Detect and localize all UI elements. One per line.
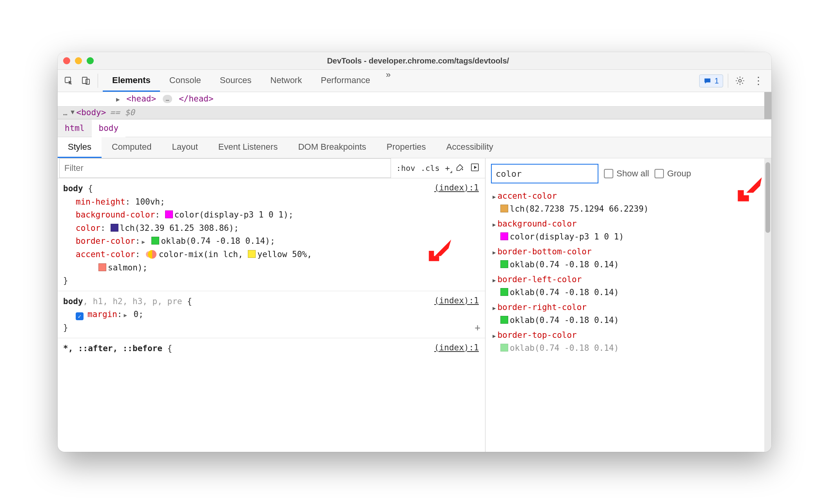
- dom-tag-head-open[interactable]: <head>: [126, 94, 156, 103]
- prop-border-color[interactable]: border-color: [76, 236, 135, 246]
- rule-selector-dim[interactable]: *, ::after, ::before: [63, 344, 162, 353]
- color-swatch-icon[interactable]: [500, 205, 508, 212]
- scrollbar[interactable]: [764, 158, 771, 452]
- tab-sources[interactable]: Sources: [211, 70, 261, 92]
- window-title: DevTools - developer.chrome.com/tags/dev…: [70, 56, 766, 65]
- color-mix-swatch-icon[interactable]: [148, 250, 156, 259]
- group-checkbox[interactable]: Group: [654, 169, 691, 179]
- tab-properties[interactable]: Properties: [376, 137, 436, 158]
- prop-min-height[interactable]: min-height: [76, 197, 125, 207]
- main-tabs: Elements Console Sources Network Perform…: [103, 70, 397, 92]
- more-tabs-icon[interactable]: »: [380, 70, 397, 92]
- dom-tag-body-open[interactable]: <body>: [76, 107, 106, 119]
- annotation-arrow-icon: [736, 176, 764, 205]
- style-rule-body-group[interactable]: (index):1 body, h1, h2, h3, p, pre { ✓ma…: [58, 291, 485, 338]
- dom-tag-head-close: </head>: [179, 94, 214, 103]
- computed-item[interactable]: ▶border-bottom-color oklab(0.74 -0.18 0.…: [489, 245, 770, 272]
- show-all-checkbox[interactable]: Show all: [604, 169, 649, 179]
- tab-console[interactable]: Console: [160, 70, 211, 92]
- prop-color[interactable]: color: [76, 223, 100, 233]
- dom-selected-hint: == $0: [110, 107, 135, 119]
- crumb-html[interactable]: html: [58, 120, 92, 137]
- style-rules: (index):1 body { min-height: 100vh; back…: [58, 178, 485, 452]
- tab-accessibility[interactable]: Accessibility: [436, 137, 504, 158]
- color-swatch-icon[interactable]: [500, 232, 508, 240]
- color-swatch-icon[interactable]: [165, 210, 173, 218]
- tab-network[interactable]: Network: [261, 70, 311, 92]
- more-menu-icon[interactable]: ⋮: [750, 75, 767, 87]
- crumb-body[interactable]: body: [92, 120, 126, 137]
- computed-filter-input[interactable]: [491, 164, 598, 183]
- color-swatch-icon[interactable]: [151, 237, 159, 245]
- color-swatch-icon[interactable]: [248, 250, 256, 258]
- rule-source-link[interactable]: (index):1: [434, 341, 479, 355]
- tab-computed[interactable]: Computed: [102, 137, 162, 158]
- expand-triangle-icon[interactable]: ▶: [142, 237, 145, 246]
- expand-pill-icon[interactable]: …: [163, 95, 172, 103]
- computed-item[interactable]: ▶border-right-color oklab(0.74 -0.18 0.1…: [489, 300, 770, 328]
- rule-selector[interactable]: body: [63, 297, 83, 306]
- scrollbar-thumb[interactable]: [765, 162, 770, 233]
- color-swatch-icon[interactable]: [98, 263, 106, 271]
- expand-triangle-icon[interactable]: ▶: [493, 249, 496, 256]
- prop-enabled-checkbox[interactable]: ✓: [76, 312, 84, 320]
- color-swatch-icon[interactable]: [500, 344, 508, 352]
- color-swatch-icon[interactable]: [500, 288, 508, 296]
- paint-bucket-icon[interactable]: [455, 163, 465, 174]
- styles-filter-input[interactable]: [59, 158, 391, 178]
- expand-triangle-icon[interactable]: ▶: [116, 96, 120, 103]
- tab-styles[interactable]: Styles: [58, 137, 102, 158]
- styles-pane: :hov .cls + (index):1: [58, 158, 485, 452]
- color-swatch-icon[interactable]: [500, 316, 508, 324]
- close-window-icon[interactable]: [63, 57, 70, 64]
- rule-source-link[interactable]: (index):1: [434, 294, 479, 308]
- expand-triangle-icon[interactable]: ▶: [493, 333, 496, 339]
- rule-source-link[interactable]: (index):1: [434, 181, 479, 195]
- computed-item[interactable]: ▶background-color color(display-p3 1 0 1…: [489, 217, 770, 245]
- styles-subtabs: Styles Computed Layout Event Listeners D…: [58, 137, 771, 158]
- svg-rect-1: [82, 77, 87, 83]
- issues-count: 1: [714, 76, 719, 85]
- svg-point-3: [739, 80, 742, 82]
- separator: [728, 74, 728, 88]
- play-in-box-icon[interactable]: [470, 163, 480, 174]
- color-swatch-icon[interactable]: [111, 224, 118, 232]
- computed-item[interactable]: ▶accent-color lch(82.7238 75.1294 66.223…: [489, 189, 770, 217]
- scrollbar[interactable]: [764, 92, 771, 119]
- tab-layout[interactable]: Layout: [162, 137, 208, 158]
- computed-filter-row: Show all Group: [485, 158, 771, 189]
- style-rule-universal[interactable]: (index):1 *, ::after, ::before {: [58, 338, 485, 359]
- tab-event-listeners[interactable]: Event Listeners: [208, 137, 288, 158]
- computed-item[interactable]: ▶border-top-color oklab(0.74 -0.18 0.14): [489, 328, 770, 356]
- tab-elements[interactable]: Elements: [103, 70, 160, 92]
- dom-ellipsis-icon[interactable]: …: [63, 107, 68, 118]
- rule-selector-dim[interactable]: , h1, h2, h3, p, pre: [83, 297, 182, 306]
- expand-triangle-icon[interactable]: ▶: [493, 194, 496, 200]
- computed-list: ▶accent-color lch(82.7238 75.1294 66.223…: [485, 189, 771, 361]
- expand-triangle-icon[interactable]: ▶: [124, 311, 127, 319]
- rule-selector[interactable]: body: [63, 184, 83, 193]
- issues-badge[interactable]: 1: [699, 74, 723, 87]
- separator: [98, 74, 98, 88]
- title-bar: DevTools - developer.chrome.com/tags/dev…: [58, 52, 771, 70]
- computed-item[interactable]: ▶border-left-color oklab(0.74 -0.18 0.14…: [489, 272, 770, 300]
- device-toolbar-icon[interactable]: [79, 74, 93, 88]
- prop-accent-color[interactable]: accent-color: [76, 250, 135, 259]
- tab-dom-breakpoints[interactable]: DOM Breakpoints: [288, 137, 376, 158]
- new-style-rule-button[interactable]: +: [445, 163, 450, 173]
- prop-margin[interactable]: margin: [87, 310, 117, 319]
- color-swatch-icon[interactable]: [500, 260, 508, 268]
- settings-gear-icon[interactable]: [733, 74, 747, 88]
- expand-triangle-icon[interactable]: ▶: [493, 221, 496, 228]
- dom-tree[interactable]: ▶ <head> … </head> … ▶ <body> == $0: [58, 92, 771, 120]
- expand-triangle-icon[interactable]: ▶: [493, 305, 496, 311]
- prop-background-color[interactable]: background-color: [76, 210, 155, 219]
- expand-triangle-icon[interactable]: ▶: [493, 277, 496, 283]
- collapse-triangle-icon[interactable]: ▶: [68, 111, 78, 114]
- inspect-element-icon[interactable]: [62, 74, 76, 88]
- style-rule-body[interactable]: (index):1 body { min-height: 100vh; back…: [58, 178, 485, 291]
- add-declaration-icon[interactable]: +: [475, 320, 480, 335]
- tab-performance[interactable]: Performance: [311, 70, 380, 92]
- cls-toggle-button[interactable]: .cls: [421, 163, 440, 173]
- hov-toggle-button[interactable]: :hov: [396, 163, 415, 173]
